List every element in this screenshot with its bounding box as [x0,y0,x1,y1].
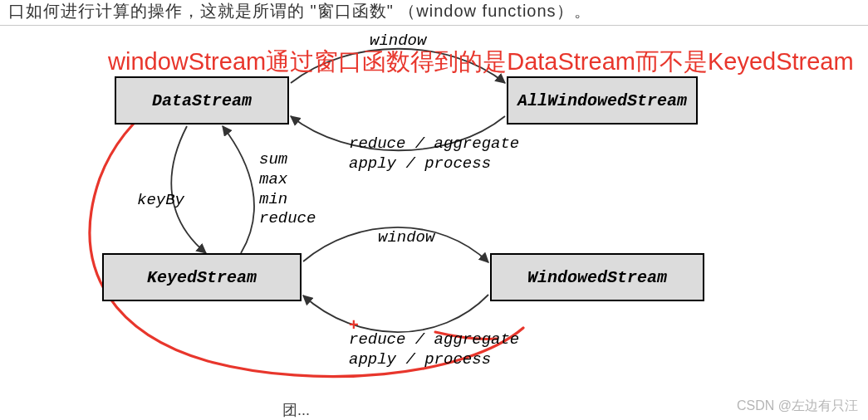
top-text-fragment: 口如何进行计算的操作，这就是所谓的 "窗口函数" （window functio… [0,0,600,22]
node-allwindowedstream: AllWindowedStream [507,76,698,125]
node-windowedstream: WindowedStream [490,253,704,301]
divider [0,25,868,26]
red-annotation: windowStream通过窗口函数得到的是DataStream而不是Keyed… [108,46,860,79]
node-datastream: DataStream [115,76,289,125]
label-window-bottom: window [378,228,434,248]
plus-icon: + [349,315,359,335]
label-sum-max-min-reduce: sum max min reduce [259,150,316,229]
watermark: CSDN @左边有只汪 [737,398,858,415]
caption-fragment: 团... [282,400,310,420]
label-reduce-bottom: reduce / aggregate apply / process [349,330,519,370]
label-keyby: keyBy [137,191,184,211]
label-reduce-top: reduce / aggregate apply / process [349,134,519,174]
node-keyedstream: KeyedStream [102,253,302,301]
